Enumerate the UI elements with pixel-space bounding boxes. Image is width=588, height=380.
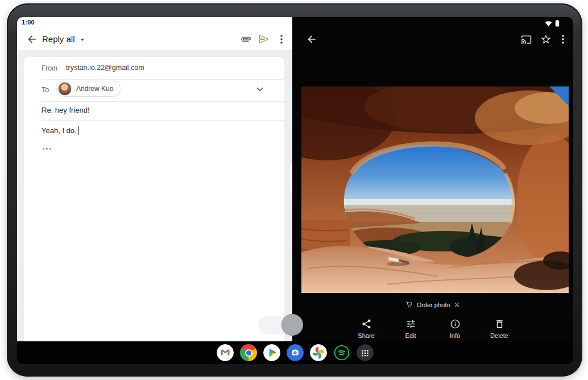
order-photo-chip[interactable]: Order photo [292,301,573,308]
tablet-screen: 1:00 Reply all From trystan.io.22@gmail.… [17,17,573,364]
message-body-text: Yeah, I do. [42,126,77,135]
ellipsis-icon [46,148,48,150]
back-arrow-icon[interactable] [306,34,317,45]
touch-indicator [281,314,303,336]
ellipsis-icon [49,148,51,150]
battery-icon [555,20,560,27]
divider [42,101,284,102]
star-icon[interactable] [540,34,552,45]
edit-label: Edit [405,332,416,339]
compose-mode-title[interactable]: Reply all [42,34,75,44]
chrome-app-icon[interactable] [240,344,257,361]
gmail-app-icon[interactable] [217,344,234,361]
photo-red-rock-arch[interactable] [301,86,569,293]
order-photo-label: Order photo [417,301,450,308]
attachment-icon[interactable] [238,31,254,47]
overflow-menu-icon[interactable] [276,34,287,45]
spotify-app-icon[interactable] [333,344,350,361]
camera-app-icon[interactable] [287,344,304,361]
gmail-pane: 1:00 Reply all From trystan.io.22@gmail.… [17,17,292,341]
wifi-icon [545,20,552,27]
recipient-avatar [58,82,72,96]
cart-icon [405,301,413,308]
share-button[interactable]: Share [349,319,383,339]
split-divider-handle[interactable] [290,164,292,191]
info-icon [450,319,461,329]
chrome-icon-center [246,350,251,356]
cast-icon[interactable] [521,34,532,45]
photos-action-bar: Share Edit Info Delete [292,319,573,339]
send-icon[interactable] [258,34,270,45]
subject-field[interactable]: Re: hey friend! [42,106,90,114]
share-icon [361,319,372,329]
divider [42,120,284,121]
to-label: To [42,86,49,94]
edit-button[interactable]: Edit [394,319,428,339]
screenshot-stage: 1:00 Reply all From trystan.io.22@gmail.… [0,0,588,380]
close-icon[interactable] [454,301,460,308]
play-store-app-icon[interactable] [263,344,280,361]
divider [42,79,284,80]
gmail-appbar: Reply all [17,28,292,50]
gmail-compose-background: From trystan.io.22@gmail.com To Andrew K… [17,50,292,341]
delete-label: Delete [490,332,508,339]
message-body-field[interactable]: Yeah, I do. [42,126,79,135]
taskbar [17,341,573,364]
tune-icon [405,319,416,329]
photos-pane: Order photo Share Edit Info [292,17,573,341]
recipient-chip[interactable]: Andrew Kuo [56,81,121,97]
text-cursor [78,126,80,135]
photos-appbar [292,28,573,50]
dropdown-caret-icon[interactable] [80,37,85,43]
delete-icon [494,319,505,329]
compose-card: From trystan.io.22@gmail.com To Andrew K… [24,57,284,341]
delete-button[interactable]: Delete [482,319,516,339]
info-label: Info [450,332,460,339]
overflow-menu-icon[interactable] [558,34,568,45]
status-time: 1:00 [22,19,35,26]
from-address[interactable]: trystan.io.22@gmail.com [66,64,144,72]
status-icons [545,20,560,27]
quoted-text-toggle[interactable] [43,148,51,150]
share-label: Share [358,332,374,339]
tablet-bezel: 1:00 Reply all From trystan.io.22@gmail.… [7,3,582,377]
recipient-name: Andrew Kuo [76,85,113,93]
google-photos-app-icon[interactable] [310,344,327,361]
from-label: From [42,64,57,72]
ellipsis-icon [43,148,44,150]
all-apps-button[interactable] [357,344,374,361]
back-arrow-icon[interactable] [26,34,38,45]
chevron-down-icon[interactable] [255,84,265,94]
info-button[interactable]: Info [438,319,472,339]
